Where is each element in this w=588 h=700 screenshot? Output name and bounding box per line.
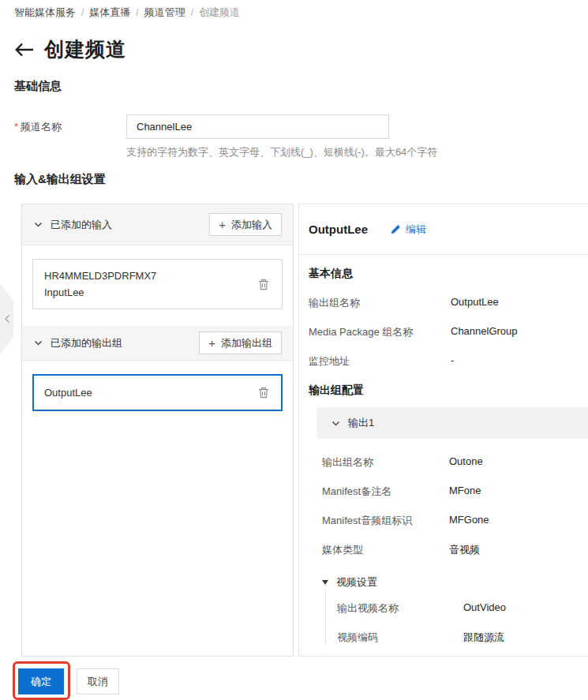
- detail-header: OutputLee 编辑: [299, 204, 588, 255]
- trash-icon: [258, 279, 269, 290]
- input-card-text: HR4MMELD3PDRFMX7 InputLee: [44, 268, 156, 301]
- output-card-zone: OutputLee: [22, 361, 293, 428]
- back-button[interactable]: [14, 42, 34, 58]
- detail-row: 监控地址 -: [309, 354, 584, 369]
- plus-icon: +: [208, 337, 215, 349]
- input-card-zone: HR4MMELD3PDRFMX7 InputLee: [22, 245, 293, 326]
- detail-row: Manifest音频组标识 MFGone: [322, 514, 584, 528]
- chevron-left-icon: [4, 314, 10, 324]
- confirm-button[interactable]: 确定: [18, 668, 64, 694]
- cancel-button[interactable]: 取消: [77, 668, 119, 694]
- detail-row: 输出组名称 Outone: [322, 455, 584, 470]
- output1-title: 输出1: [348, 416, 374, 430]
- video-settings-toggle[interactable]: 视频设置: [322, 575, 584, 590]
- input-card-name: InputLee: [44, 284, 156, 301]
- add-output-group-button[interactable]: + 添加输出组: [199, 331, 282, 354]
- detail-row: Media Package 组名称 ChannelGroup: [309, 325, 584, 339]
- breadcrumb-item-live[interactable]: 媒体直播: [89, 6, 130, 20]
- output-card-name: OutputLee: [44, 384, 92, 401]
- output-group-detail-panel: OutputLee 编辑 基本信息 输出组名称 OutputLee Media …: [298, 204, 588, 657]
- input-card[interactable]: HR4MMELD3PDRFMX7 InputLee: [32, 259, 283, 309]
- add-input-button[interactable]: + 添加输入: [209, 213, 282, 236]
- added-outputs-title: 已添加的输出组: [51, 336, 199, 350]
- output1-header[interactable]: 输出1: [316, 407, 588, 439]
- plus-icon: +: [219, 219, 226, 230]
- triangle-down-icon: [322, 580, 328, 585]
- breadcrumb-item-channel-mgmt[interactable]: 频道管理: [144, 6, 185, 20]
- detail-row: 输出视频名称 OutVideo: [337, 601, 584, 616]
- detail-title: OutputLee: [309, 223, 368, 236]
- output1-section: 输出1 输出组名称 Outone Manifest备注名 MFone Manif…: [316, 407, 584, 657]
- video-settings-body: 输出视频名称 OutVideo 视频编码 跟随源流: [325, 590, 584, 645]
- detail-body: 基本信息 输出组名称 OutputLee Media Package 组名称 C…: [299, 255, 588, 657]
- breadcrumb-item-service[interactable]: 智能媒体服务: [14, 6, 76, 20]
- page-header: 创建频道: [14, 36, 126, 62]
- added-inputs-title: 已添加的输入: [51, 218, 209, 232]
- output-group-card-selected[interactable]: OutputLee: [32, 374, 283, 411]
- added-outputs-header: 已添加的输出组 + 添加输出组: [22, 326, 293, 361]
- required-mark: *: [14, 121, 18, 133]
- basic-info-section-title: 基础信息: [14, 79, 62, 94]
- sidebar-collapse-handle[interactable]: [0, 283, 13, 355]
- chevron-down-icon: [331, 418, 341, 429]
- detail-row: 媒体类型 音视频: [322, 543, 584, 557]
- channel-name-label: *频道名称: [14, 120, 62, 134]
- delete-output-group-button[interactable]: [257, 385, 271, 400]
- collapse-outputs-button[interactable]: [33, 338, 43, 348]
- breadcrumb-item-create-channel: 创建频道: [199, 6, 240, 20]
- breadcrumb-separator: /: [81, 7, 84, 18]
- edit-output-group-link[interactable]: 编辑: [390, 223, 426, 237]
- detail-row: 视频编码 跟随源流: [337, 631, 584, 645]
- added-inputs-header: 已添加的输入 + 添加输入: [22, 204, 293, 245]
- chevron-down-icon: [33, 338, 43, 348]
- collapse-inputs-button[interactable]: [33, 219, 43, 230]
- breadcrumb: 智能媒体服务 / 媒体直播 / 频道管理 / 创建频道: [14, 6, 240, 20]
- trash-icon: [258, 387, 269, 399]
- page-title: 创建频道: [44, 36, 126, 62]
- detail-basic-title: 基本信息: [309, 267, 584, 281]
- edit-pencil-icon: [390, 224, 401, 235]
- output1-body: 输出组名称 Outone Manifest备注名 MFone Manifest音…: [316, 439, 584, 657]
- input-card-id: HR4MMELD3PDRFMX7: [44, 268, 156, 284]
- breadcrumb-separator: /: [136, 7, 138, 18]
- chevron-down-icon: [33, 219, 43, 230]
- detail-config-title: 输出组配置: [309, 384, 584, 398]
- back-arrow-icon: [14, 42, 34, 58]
- channel-name-input[interactable]: [126, 114, 389, 139]
- breadcrumb-separator: /: [191, 7, 193, 18]
- detail-row: 输出组名称 OutputLee: [309, 296, 584, 310]
- video-settings-title: 视频设置: [336, 575, 377, 590]
- delete-input-button[interactable]: [257, 277, 271, 292]
- channel-name-help-text: 支持的字符为数字、英文字母、下划线(_)、短横线(-)。最大64个字符: [126, 145, 437, 159]
- detail-row: Manifest备注名 MFone: [322, 485, 584, 499]
- io-section-title: 输入&输出组设置: [14, 172, 106, 187]
- io-list-panel: 已添加的输入 + 添加输入 HR4MMELD3PDRFMX7 InputLee …: [21, 204, 294, 657]
